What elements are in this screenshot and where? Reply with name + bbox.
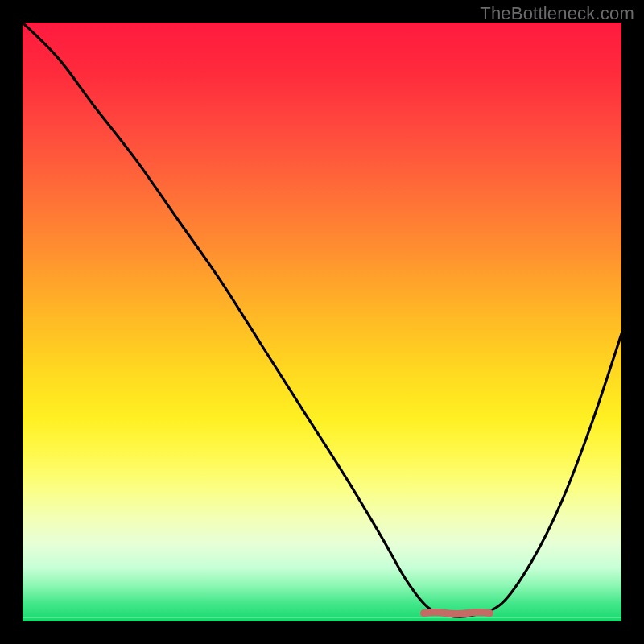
app-frame: TheBottleneck.com (0, 0, 644, 644)
curve-overlay (23, 23, 621, 621)
watermark-text: TheBottleneck.com (480, 3, 634, 24)
plot-area (23, 23, 621, 621)
minimum-marker (423, 613, 489, 614)
bottleneck-curve (23, 23, 621, 617)
